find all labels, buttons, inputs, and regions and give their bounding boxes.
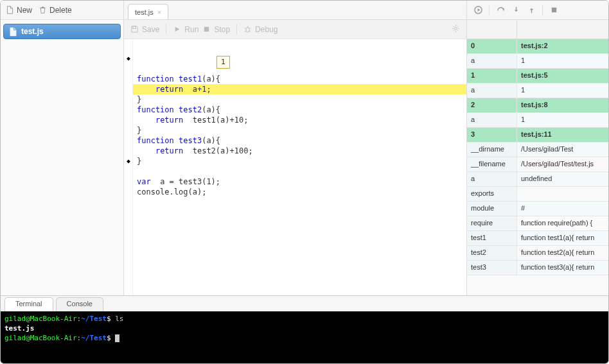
breakpoint-slot[interactable]	[124, 115, 133, 125]
close-icon[interactable]: ×	[157, 8, 161, 16]
variable-name: a	[467, 54, 517, 68]
stack-frame-row[interactable]: 0test.js:2	[467, 39, 608, 54]
save-icon	[130, 25, 139, 33]
step-into-icon	[512, 6, 520, 14]
tab-testjs[interactable]: test.js ×	[128, 4, 168, 19]
step-over-button[interactable]	[493, 4, 508, 17]
variable-name: exports	[467, 187, 517, 201]
variable-row[interactable]: test2function test2(a){ return	[467, 246, 608, 261]
editor-gutter[interactable]: ◆◆	[124, 39, 133, 295]
code-line[interactable]: function test2(a){	[133, 105, 466, 115]
variables-header-name[interactable]	[467, 20, 517, 39]
debug-label: Debug	[255, 25, 278, 34]
breakpoint-slot[interactable]	[124, 125, 133, 135]
code-line[interactable]: return test2(a)+100;	[133, 146, 466, 156]
step-out-button[interactable]	[524, 4, 538, 17]
tab-console[interactable]: Console	[56, 297, 103, 311]
code-area[interactable]: function test1(a){ return a+1;}function …	[133, 39, 466, 295]
new-button[interactable]: New	[6, 6, 32, 15]
stop-icon	[202, 25, 211, 33]
variable-row[interactable]: exports	[467, 187, 608, 202]
code-line[interactable]: return test1(a)+10;	[133, 115, 466, 125]
variable-value: 1	[517, 113, 608, 127]
variable-name: 1	[467, 69, 517, 83]
code-line[interactable]: }	[133, 156, 466, 166]
code-editor[interactable]: ◆◆ function test1(a){ return a+1;}functi…	[124, 39, 466, 295]
variable-value: function test2(a){ return	[517, 246, 608, 260]
breakpoint-slot[interactable]	[124, 94, 133, 105]
play-circle-icon	[474, 6, 482, 14]
editor-pane: test.js × Save Run Stop	[124, 1, 467, 295]
breakpoint-slot[interactable]	[124, 135, 133, 146]
file-tree-item[interactable]: test.js	[3, 24, 121, 39]
variable-row[interactable]: module#	[467, 202, 608, 216]
variable-row[interactable]: __filename/Users/gilad/Test/test.js	[467, 157, 608, 172]
run-button[interactable]: Run	[173, 25, 199, 34]
file-icon	[9, 27, 17, 37]
variable-row[interactable]: test3function test3(a){ return	[467, 261, 608, 275]
step-into-button[interactable]	[509, 4, 523, 17]
variable-value: undefined	[517, 172, 608, 186]
code-line[interactable]: }	[133, 94, 466, 105]
variable-value: test.js:5	[517, 69, 608, 83]
variable-row[interactable]: a1	[467, 83, 608, 98]
stack-frame-row[interactable]: 1test.js:5	[467, 69, 608, 83]
code-line[interactable]	[133, 166, 466, 177]
variable-row[interactable]: aundefined	[467, 172, 608, 187]
breakpoint-slot[interactable]: ◆	[124, 53, 133, 64]
variable-row[interactable]: a1	[467, 113, 608, 128]
value-tooltip: 1	[216, 56, 230, 69]
toolbar-separator	[542, 5, 543, 15]
debugger-toolbar	[467, 1, 608, 20]
stack-frame-row[interactable]: 3test.js:11	[467, 128, 608, 143]
code-line[interactable]: console.log(a);	[133, 187, 466, 197]
breakpoint-slot[interactable]	[124, 74, 133, 84]
continue-button[interactable]	[471, 4, 485, 17]
code-line[interactable]: var a = test3(1);	[133, 177, 466, 187]
debug-stop-button[interactable]	[547, 4, 561, 17]
variable-row[interactable]: test1function test1(a){ return	[467, 231, 608, 246]
file-tree-item-label: test.js	[21, 27, 44, 36]
variable-row[interactable]: requirefunction require(path) {	[467, 216, 608, 231]
tab-terminal[interactable]: Terminal	[4, 297, 53, 311]
breakpoint-slot[interactable]	[124, 146, 133, 156]
breakpoint-slot[interactable]	[124, 64, 133, 74]
code-line[interactable]: function test3(a){	[133, 135, 466, 146]
svg-rect-1	[204, 27, 209, 31]
breakpoint-slot[interactable]	[124, 43, 133, 53]
variable-name: require	[467, 216, 517, 230]
delete-button[interactable]: Delete	[39, 6, 72, 15]
variable-value: test.js:2	[517, 39, 608, 53]
main-row: New Delete test.js test.js ×	[1, 1, 608, 295]
step-out-icon	[527, 6, 536, 14]
sidebar: New Delete test.js	[1, 1, 124, 295]
variable-name: 3	[467, 128, 517, 142]
breakpoint-slot[interactable]: ◆	[124, 156, 133, 166]
breakpoint-slot[interactable]	[124, 105, 133, 115]
code-line[interactable]: return a+1;	[133, 84, 466, 94]
debugger-pane: 0test.js:2a11test.js:5a12test.js:8a13tes…	[467, 1, 608, 295]
variable-value: /Users/gilad/Test	[517, 143, 608, 157]
bug-icon	[243, 25, 252, 33]
variable-name: a	[467, 83, 517, 98]
new-label: New	[17, 6, 32, 15]
svg-point-2	[246, 28, 250, 32]
variables-header-value[interactable]	[517, 20, 608, 39]
settings-button[interactable]	[452, 24, 460, 35]
code-line[interactable]: function test1(a){	[133, 74, 466, 84]
delete-label: Delete	[49, 6, 72, 15]
variable-value: /Users/gilad/Test/test.js	[517, 157, 608, 171]
variable-row[interactable]: a1	[467, 54, 608, 69]
code-line[interactable]: }	[133, 125, 466, 135]
tab-strip: test.js ×	[124, 1, 466, 20]
stop-button[interactable]: Stop	[202, 25, 230, 34]
breakpoint-slot[interactable]	[124, 84, 133, 94]
terminal[interactable]: gilad@MacBook-Air:~/Test$ ls test.js gil…	[1, 311, 608, 363]
variable-row[interactable]: __dirname/Users/gilad/Test	[467, 143, 608, 157]
stack-frame-row[interactable]: 2test.js:8	[467, 98, 608, 113]
variable-value: function require(path) {	[517, 216, 608, 230]
debug-button[interactable]: Debug	[243, 25, 278, 34]
variable-value: function test1(a){ return	[517, 231, 608, 245]
save-button[interactable]: Save	[130, 25, 159, 34]
variable-name: test1	[467, 231, 517, 245]
